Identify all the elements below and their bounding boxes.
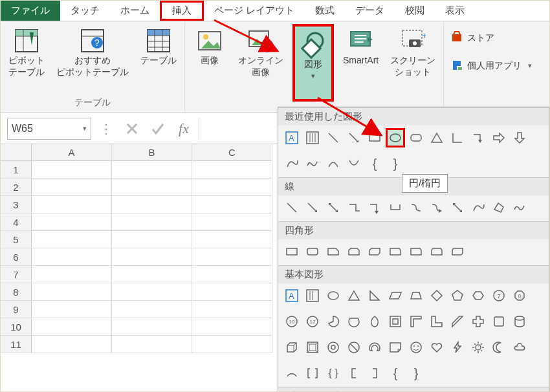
menu-insert[interactable]: 挿入	[160, 1, 204, 21]
shapes-button[interactable]: 図形 ▾	[292, 24, 334, 102]
shape-freeform-closed[interactable]	[489, 198, 509, 217]
shape-octagon[interactable]: 8	[510, 286, 529, 305]
shape-right-brace[interactable]: }	[406, 364, 426, 383]
menu-view[interactable]: 表示	[435, 1, 475, 21]
shape-right-triangle[interactable]	[365, 286, 384, 305]
cell[interactable]	[112, 301, 192, 318]
shape-half-frame[interactable]	[406, 312, 426, 331]
shape-pie[interactable]	[324, 312, 343, 331]
online-pictures-button[interactable]: オンライン 画像	[236, 24, 286, 81]
cell[interactable]	[192, 266, 272, 283]
cell[interactable]	[32, 161, 112, 179]
shape-hexagon[interactable]	[468, 286, 488, 305]
shape-diamond[interactable]	[427, 286, 446, 305]
cell[interactable]	[192, 231, 272, 248]
shape-block-arc[interactable]	[365, 338, 384, 357]
smartart-button[interactable]: SmartArt	[340, 24, 381, 68]
shape-lightning[interactable]	[448, 338, 467, 357]
cell[interactable]	[32, 248, 112, 266]
cell[interactable]	[32, 301, 112, 318]
cell[interactable]	[192, 301, 272, 318]
shape-curve[interactable]	[344, 154, 364, 173]
cell[interactable]	[112, 266, 192, 283]
cell[interactable]	[32, 231, 112, 248]
row-header[interactable]: 10	[1, 318, 32, 336]
shape-moon[interactable]	[489, 338, 509, 357]
col-header[interactable]: C	[192, 144, 272, 161]
shape-curved-double[interactable]	[448, 198, 467, 217]
row-header[interactable]: 7	[1, 266, 32, 283]
enter-icon[interactable]	[147, 118, 169, 140]
shape-scribble[interactable]	[510, 198, 529, 217]
cell[interactable]	[192, 213, 272, 231]
screenshot-button[interactable]: + スクリーン ショット	[388, 24, 438, 81]
menu-data[interactable]: データ	[345, 1, 395, 21]
shape-double-bracket[interactable]	[303, 364, 322, 383]
recommended-pivot-button[interactable]: ? おすすめ ピボットテーブル	[54, 24, 131, 81]
shape-scribble[interactable]	[303, 154, 322, 173]
shape-curved-arrow[interactable]	[427, 198, 446, 217]
store-button[interactable]: ストア	[449, 28, 533, 48]
cell[interactable]	[192, 179, 272, 196]
shape-line-arrow[interactable]	[303, 198, 322, 217]
cell[interactable]	[112, 248, 192, 266]
row-header[interactable]: 1	[1, 161, 32, 179]
name-box[interactable]: W65 ▾	[7, 118, 91, 140]
shape-oval[interactable]	[324, 286, 343, 305]
shape-right-angle[interactable]	[448, 128, 467, 147]
cell[interactable]	[192, 196, 272, 213]
row-header[interactable]: 3	[1, 196, 32, 213]
shape-right-brace[interactable]: }	[386, 154, 405, 173]
shape-elbow-arrow[interactable]	[468, 128, 488, 147]
cell[interactable]	[192, 283, 272, 301]
shape-freeform[interactable]	[282, 154, 302, 173]
shape-donut[interactable]	[324, 338, 343, 357]
cell[interactable]	[192, 318, 272, 336]
shape-round-same[interactable]	[427, 242, 446, 261]
shape-rect[interactable]	[282, 242, 302, 261]
cell[interactable]	[112, 213, 192, 231]
cell[interactable]	[32, 318, 112, 336]
shape-cloud[interactable]	[510, 338, 529, 357]
shape-textbox[interactable]: A	[282, 286, 302, 305]
shape-snip-round[interactable]	[386, 242, 405, 261]
shape-textbox[interactable]: A	[282, 128, 302, 147]
row-header[interactable]: 11	[1, 336, 32, 353]
shape-arc2[interactable]	[282, 364, 302, 383]
menu-file[interactable]: ファイル	[1, 1, 60, 21]
shape-cube[interactable]	[282, 338, 302, 357]
table-button[interactable]: テーブル	[138, 24, 179, 69]
shape-arc[interactable]	[324, 154, 343, 173]
shape-round-rect[interactable]	[303, 242, 322, 261]
shape-snip-diag[interactable]	[365, 242, 384, 261]
row-header[interactable]: 6	[1, 248, 32, 266]
shape-smiley[interactable]	[406, 338, 426, 357]
cell[interactable]	[112, 231, 192, 248]
shape-left-bracket[interactable]	[344, 364, 364, 383]
shape-triangle[interactable]	[344, 286, 364, 305]
pictures-button[interactable]: 画像	[190, 24, 229, 69]
shape-pentagon[interactable]	[448, 286, 467, 305]
cell[interactable]	[192, 248, 272, 266]
shape-plus[interactable]	[468, 312, 488, 331]
cell[interactable]	[32, 179, 112, 196]
shape-parallelogram[interactable]	[386, 286, 405, 305]
shape-no-symbol[interactable]	[344, 338, 364, 357]
cell[interactable]	[112, 318, 192, 336]
shape-line-arrow[interactable]	[344, 128, 364, 147]
shape-heart[interactable]	[427, 338, 446, 357]
shape-round-single[interactable]	[406, 242, 426, 261]
shape-teardrop[interactable]	[365, 312, 384, 331]
shape-rounded-rect[interactable]	[406, 128, 426, 147]
shape-sun[interactable]	[468, 338, 488, 357]
shape-elbow-double[interactable]	[386, 198, 405, 217]
fx-icon[interactable]: fx	[173, 118, 195, 140]
menu-home[interactable]: ホーム	[110, 1, 160, 21]
shape-decagon[interactable]: 10	[282, 312, 302, 331]
shape-trapezoid[interactable]	[406, 286, 426, 305]
cell[interactable]	[112, 196, 192, 213]
shape-diagonal-stripe[interactable]	[448, 312, 467, 331]
cell[interactable]	[192, 161, 272, 179]
col-header[interactable]: B	[112, 144, 192, 161]
cancel-icon[interactable]	[121, 118, 143, 140]
